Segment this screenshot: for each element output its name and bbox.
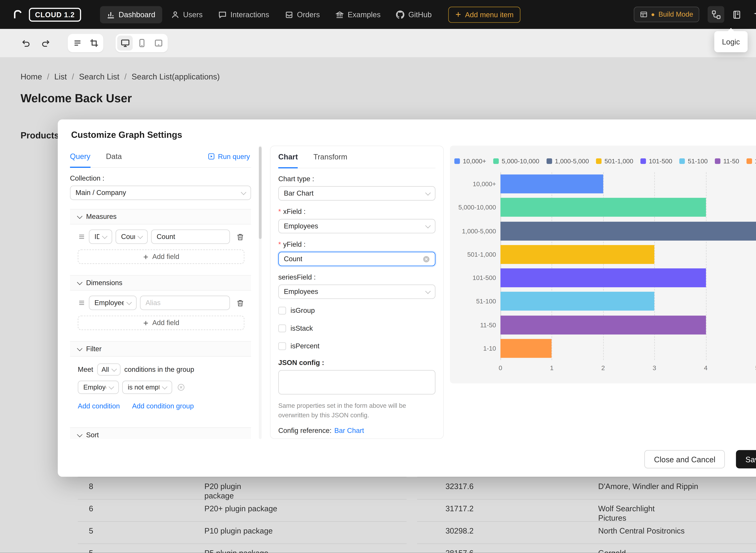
bar-chart-plot: 01234510,000+5,000-10,0001,000-5,000501-… (500, 172, 756, 360)
legend-item[interactable]: 101-500 (641, 158, 672, 164)
nav-item-label: Dashboard (118, 10, 155, 19)
condition-operator-select[interactable]: is not empty (122, 381, 172, 394)
y-axis-label: 5,000-10,000 (458, 204, 496, 211)
outline-view-button[interactable] (69, 35, 85, 51)
query-panel: Query Data Run query Collection : Main /… (70, 146, 251, 439)
legend-swatch (596, 158, 602, 164)
y-axis-label: 51-100 (476, 298, 496, 305)
trash-icon[interactable] (236, 299, 244, 307)
yfield-select[interactable]: Count (278, 252, 435, 266)
magic-wand-button[interactable] (749, 6, 756, 23)
isstack-checkbox-row: isStack (278, 324, 435, 332)
sort-section-header[interactable]: Sort (70, 427, 251, 439)
measure-field-select[interactable]: ID (89, 229, 112, 244)
xfield-select[interactable]: Employees (278, 219, 435, 233)
redo-button[interactable] (38, 35, 53, 51)
legend-item[interactable]: 10,000+ (454, 158, 486, 164)
nav-item-users[interactable]: Users (164, 6, 209, 23)
legend-item[interactable]: 1,000-5,000 (547, 158, 589, 164)
add-condition-group-link[interactable]: Add condition group (132, 402, 194, 410)
y-axis-label: 101-500 (473, 274, 496, 281)
add-measure-field-button[interactable]: Add field (78, 249, 244, 264)
chevron-down-icon (425, 288, 431, 294)
close-and-cancel-button[interactable]: Close and Cancel (645, 450, 725, 468)
legend-item[interactable]: 1-10 (746, 158, 756, 164)
run-query-button[interactable]: Run query (208, 152, 250, 160)
user-icon (171, 10, 179, 19)
measures-section-header[interactable]: Measures (70, 209, 251, 225)
condition-field-select[interactable]: Employees (78, 381, 119, 394)
clear-icon[interactable] (423, 255, 430, 262)
legend-swatch (454, 158, 460, 164)
save-button[interactable]: Save (736, 450, 756, 468)
tablet-preview-button[interactable] (151, 35, 166, 51)
legend-item[interactable]: 51-100 (679, 158, 708, 164)
app-window: CLOUD 1.2 Dashboard Users Interactions O… (0, 0, 756, 553)
bar (500, 292, 654, 311)
query-panel-scrollbar-thumb[interactable] (259, 147, 262, 239)
tab-data[interactable]: Data (106, 146, 122, 167)
x-tick-label: 4 (704, 365, 707, 371)
bar-row: 5,000-10,000 (500, 196, 756, 219)
chevron-down-icon (425, 223, 431, 228)
section-title: Filter (86, 345, 101, 353)
drag-handle-icon[interactable] (78, 299, 85, 307)
chevron-down-icon (111, 366, 117, 371)
query-tabs: Query Data Run query (70, 146, 251, 168)
legend-item[interactable]: 5,000-10,000 (493, 158, 539, 164)
isgroup-checkbox-row: isGroup (278, 307, 435, 314)
data-model-button[interactable] (728, 6, 745, 23)
build-mode-toggle[interactable]: Build Mode (634, 7, 699, 22)
collection-label: Collection : (70, 174, 251, 182)
trash-icon[interactable] (236, 233, 244, 241)
desktop-preview-button[interactable] (117, 35, 133, 51)
yfield-label: *yField : (278, 241, 435, 248)
bar (500, 339, 552, 358)
legend-item[interactable]: 501-1,000 (596, 158, 633, 164)
nav-item-orders[interactable]: Orders (278, 6, 327, 23)
dimensions-section-header[interactable]: Dimensions (70, 275, 251, 291)
nav-item-examples[interactable]: Examples (329, 6, 387, 23)
chart-type-select[interactable]: Bar Chart (278, 186, 435, 201)
undo-button[interactable] (18, 35, 33, 51)
nav-item-github[interactable]: GitHub (390, 6, 438, 23)
frame-view-button[interactable] (86, 35, 102, 51)
nav-item-dashboard[interactable]: Dashboard (100, 6, 162, 23)
tab-query[interactable]: Query (70, 146, 90, 167)
isstack-checkbox[interactable] (278, 324, 286, 332)
add-dimension-field-button[interactable]: Add field (78, 316, 244, 330)
app-logo-icon[interactable] (12, 9, 23, 20)
json-config-textarea[interactable] (278, 370, 435, 395)
plus-icon (455, 11, 461, 18)
remove-condition-icon[interactable] (177, 383, 185, 391)
legend-swatch (641, 158, 646, 164)
tab-chart[interactable]: Chart (278, 146, 298, 168)
seriesfield-select[interactable]: Employees (278, 285, 435, 299)
isgroup-label: isGroup (290, 307, 315, 314)
y-axis-label: 11-50 (480, 322, 496, 328)
add-condition-link[interactable]: Add condition (78, 402, 120, 410)
x-tick-label: 0 (499, 365, 502, 371)
add-field-label: Add field (152, 253, 179, 260)
chevron-down-icon (138, 233, 143, 239)
filter-section-header[interactable]: Filter (70, 341, 251, 357)
tab-transform[interactable]: Transform (314, 146, 347, 168)
legend-item[interactable]: 11-50 (715, 158, 739, 164)
isgroup-checkbox[interactable] (278, 307, 286, 314)
config-reference-link[interactable]: Bar Chart (334, 427, 364, 435)
measure-alias-input[interactable] (151, 229, 230, 244)
undo-icon (21, 38, 30, 48)
chevron-down-icon (77, 213, 82, 219)
sparkle-icon (752, 10, 756, 19)
dimension-alias-input[interactable] (140, 296, 230, 310)
meet-mode-select[interactable]: All (97, 363, 120, 376)
logic-button[interactable] (707, 6, 724, 23)
collection-select[interactable]: Main / Company (70, 185, 251, 200)
ispercent-checkbox[interactable] (278, 342, 286, 350)
add-menu-item-button[interactable]: Add menu item (448, 6, 520, 22)
mobile-preview-button[interactable] (134, 35, 149, 51)
dimension-field-select[interactable]: Employees (89, 296, 137, 310)
nav-item-interactions[interactable]: Interactions (212, 6, 276, 23)
drag-handle-icon[interactable] (78, 233, 85, 240)
measure-aggregation-select[interactable]: Count (115, 229, 148, 244)
